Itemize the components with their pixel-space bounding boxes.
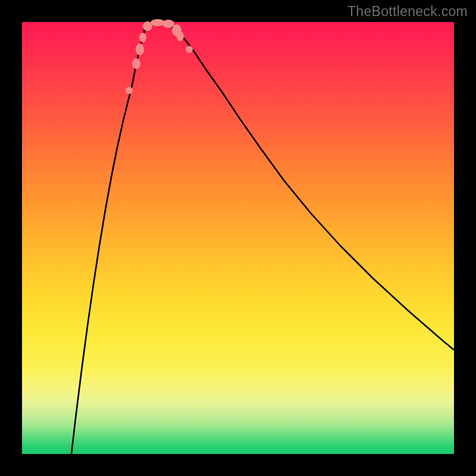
valley-marker-1 bbox=[132, 58, 140, 69]
plot-area bbox=[22, 22, 454, 454]
watermark-text: TheBottleneck.com bbox=[347, 4, 468, 20]
chart-frame: TheBottleneck.com bbox=[0, 0, 476, 476]
valley-marker-5 bbox=[151, 19, 165, 26]
curve-right-branch bbox=[171, 26, 454, 350]
valley-marker-3 bbox=[139, 33, 146, 42]
valley-marker-6 bbox=[162, 20, 174, 28]
valley-marker-0 bbox=[126, 87, 133, 94]
bottleneck-curve bbox=[22, 22, 454, 454]
curve-left-branch bbox=[71, 26, 147, 454]
valley-marker-9 bbox=[186, 46, 193, 53]
valley-marker-8 bbox=[177, 32, 184, 41]
valley-marker-2 bbox=[136, 43, 144, 55]
